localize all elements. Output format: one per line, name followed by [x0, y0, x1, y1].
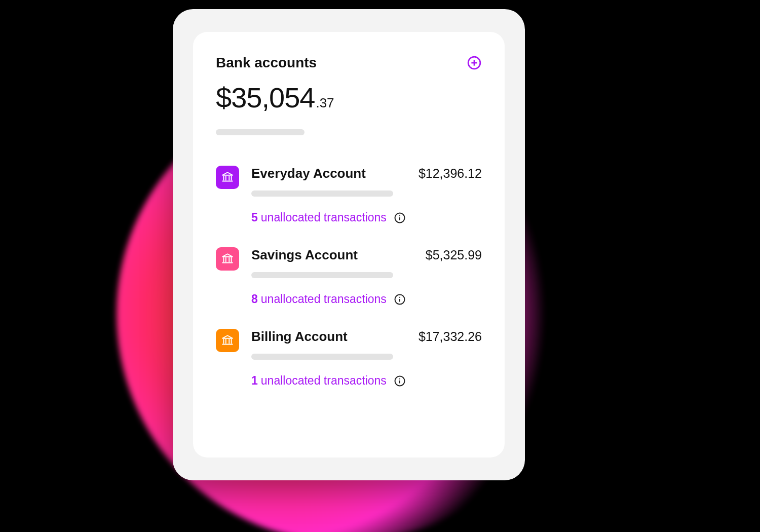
add-account-icon[interactable] — [467, 55, 482, 70]
bank-icon — [216, 247, 239, 271]
info-icon[interactable] — [394, 375, 406, 387]
unallocated-link[interactable]: 1 unallocated transactions — [251, 374, 482, 388]
bank-icon — [216, 329, 239, 352]
svg-point-11 — [399, 215, 400, 216]
unallocated-label: unallocated transactions — [261, 211, 387, 224]
account-balance: $17,332.26 — [419, 329, 482, 344]
unallocated-count: 5 — [251, 211, 258, 224]
loading-bar — [251, 354, 393, 360]
account-body: Billing Account $17,332.26 1 unallocated… — [251, 329, 482, 388]
account-name: Billing Account — [251, 329, 348, 345]
card-title: Bank accounts — [216, 55, 317, 71]
loading-bar — [251, 191, 393, 197]
card-header: Bank accounts — [216, 55, 482, 71]
svg-marker-21 — [222, 335, 233, 338]
total-balance-cents: .37 — [316, 95, 334, 111]
unallocated-count: 1 — [251, 374, 258, 388]
svg-marker-3 — [222, 172, 233, 175]
unallocated-label: unallocated transactions — [261, 374, 387, 388]
account-name: Savings Account — [251, 247, 358, 263]
total-balance-main: $35,054 — [216, 81, 315, 114]
account-row[interactable]: Billing Account $17,332.26 1 unallocated… — [216, 329, 482, 388]
account-balance: $5,325.99 — [426, 248, 482, 262]
account-body: Savings Account $5,325.99 8 unallocated … — [251, 247, 482, 306]
unallocated-count: 8 — [251, 292, 258, 306]
account-name: Everyday Account — [251, 166, 366, 181]
widget-frame: Bank accounts $35,054 .37 Everyday Accou… — [173, 9, 525, 480]
account-header: Billing Account $17,332.26 — [251, 329, 482, 345]
loading-bar — [251, 272, 393, 278]
unallocated-link[interactable]: 5 unallocated transactions — [251, 211, 482, 224]
svg-point-29 — [399, 378, 400, 379]
account-header: Everyday Account $12,396.12 — [251, 166, 482, 181]
bank-icon — [216, 166, 239, 189]
bank-accounts-card: Bank accounts $35,054 .37 Everyday Accou… — [193, 32, 505, 458]
loading-bar — [216, 129, 305, 135]
svg-marker-12 — [222, 254, 233, 256]
info-icon[interactable] — [394, 293, 406, 306]
account-row[interactable]: Savings Account $5,325.99 8 unallocated … — [216, 247, 482, 306]
account-balance: $12,396.12 — [419, 166, 482, 181]
account-header: Savings Account $5,325.99 — [251, 247, 482, 263]
unallocated-link[interactable]: 8 unallocated transactions — [251, 292, 482, 306]
accounts-list: Everyday Account $12,396.12 5 unallocate… — [216, 166, 482, 388]
total-balance: $35,054 .37 — [216, 81, 482, 114]
info-icon[interactable] — [394, 212, 406, 224]
svg-point-20 — [399, 296, 400, 297]
account-row[interactable]: Everyday Account $12,396.12 5 unallocate… — [216, 166, 482, 224]
account-body: Everyday Account $12,396.12 5 unallocate… — [251, 166, 482, 224]
unallocated-label: unallocated transactions — [261, 292, 387, 306]
